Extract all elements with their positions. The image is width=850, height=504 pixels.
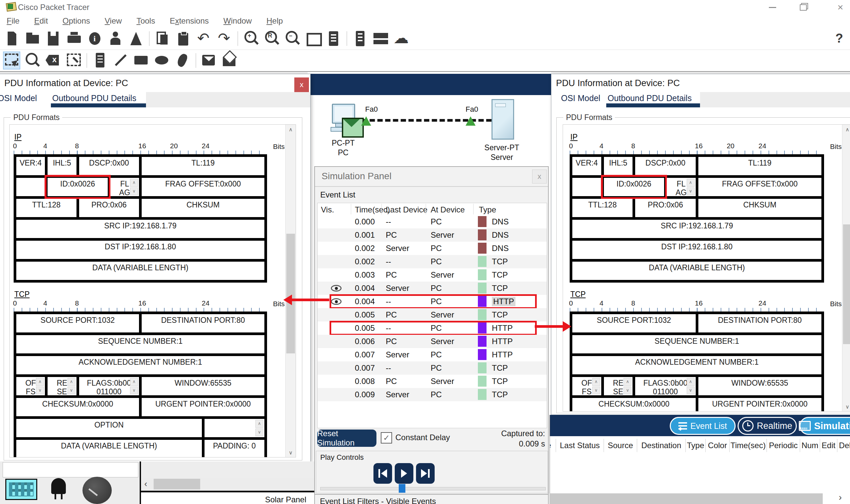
scroll-thumb[interactable]: [843, 224, 850, 344]
tab-outbound-pdu-details[interactable]: Outbound PDU Details: [52, 93, 136, 103]
open-icon[interactable]: [25, 30, 41, 47]
note-icon[interactable]: [92, 52, 108, 69]
minimize-icon[interactable]: [765, 2, 780, 13]
info-icon[interactable]: [87, 30, 103, 47]
speed-slider-track[interactable]: [320, 487, 546, 490]
constant-delay-checkbox[interactable]: ✓: [381, 432, 392, 444]
save-icon[interactable]: [46, 30, 61, 47]
palette-scroll-thumb[interactable]: [154, 479, 200, 489]
undo-icon[interactable]: [196, 30, 212, 47]
rect-icon[interactable]: [134, 52, 149, 69]
env-open-icon[interactable]: [222, 52, 238, 69]
vertical-scrollbar[interactable]: ∧ ∨: [285, 125, 296, 457]
horizontal-scroll-thumb[interactable]: [549, 493, 823, 504]
server-device-icon[interactable]: [492, 99, 514, 140]
step-back-button[interactable]: [373, 463, 392, 484]
spinner[interactable]: ∧∨: [623, 378, 632, 394]
event-row[interactable]: 0.004--PCHTTP: [318, 295, 547, 308]
scroll-up-icon[interactable]: ∧: [842, 125, 850, 134]
reset-simulation-button[interactable]: Reset Simulation: [317, 430, 376, 447]
scroll-down-icon[interactable]: ∨: [842, 402, 850, 411]
custom-icon[interactable]: [325, 30, 341, 47]
menu-tools[interactable]: Tools: [136, 16, 155, 25]
board-device-icon[interactable]: [5, 479, 37, 500]
spinner[interactable]: ∧∨: [255, 420, 263, 436]
visible-eye-icon[interactable]: [331, 285, 341, 291]
menu-edit[interactable]: Edit: [34, 16, 48, 25]
event-row[interactable]: 0.007--PCTCP: [318, 361, 547, 375]
event-row[interactable]: 0.009ServerPCTCP: [318, 388, 547, 401]
play-button[interactable]: [395, 463, 413, 484]
tab-osi-model[interactable]: OSI Model: [561, 93, 600, 103]
spinner[interactable]: ∧∨: [687, 378, 695, 394]
menu-help[interactable]: Help: [266, 16, 283, 25]
resize-icon[interactable]: [66, 52, 82, 69]
delete-icon[interactable]: [45, 52, 61, 69]
event-row[interactable]: 0.007ServerPCHTTP: [318, 348, 547, 361]
new-icon[interactable]: [4, 30, 20, 47]
redo-icon[interactable]: [216, 30, 232, 47]
spinner[interactable]: ∧∨: [592, 378, 600, 394]
spinner[interactable]: ∧∨: [687, 179, 695, 195]
event-row[interactable]: 0.004ServerPCTCP: [318, 282, 547, 295]
inspect-icon[interactable]: [24, 52, 40, 69]
scroll-left-icon[interactable]: ‹: [144, 479, 147, 489]
realtime-mode-button[interactable]: Realtime: [738, 417, 797, 435]
paste-icon[interactable]: [175, 30, 191, 47]
scroll-right-icon[interactable]: ›: [839, 492, 842, 503]
window-icon[interactable]: [305, 30, 321, 47]
scroll-down-icon[interactable]: ∨: [286, 448, 296, 457]
menu-file[interactable]: File: [7, 16, 20, 25]
event-row[interactable]: 0.005--PCHTTP: [318, 322, 547, 335]
event-row[interactable]: 0.002--PCTCP: [318, 255, 547, 268]
potentiometer-device-icon[interactable]: [83, 477, 112, 504]
scroll-up-icon[interactable]: ∧: [286, 125, 296, 134]
scroll-thumb[interactable]: [286, 234, 295, 354]
close-window-icon[interactable]: ×: [833, 2, 848, 13]
menu-options[interactable]: Options: [63, 16, 90, 25]
event-row[interactable]: 0.005PCServerTCP: [318, 308, 547, 322]
event-row[interactable]: 0.008PCServerTCP: [318, 375, 547, 388]
zoom-reset-icon[interactable]: R: [264, 30, 280, 47]
event-row[interactable]: 0.002ServerPCDNS: [318, 242, 547, 255]
event-row[interactable]: 0.003PCServerTCP: [318, 268, 547, 282]
menu-extensions[interactable]: Extensions: [170, 16, 209, 25]
menu-view[interactable]: View: [105, 16, 122, 25]
zoom-in-icon[interactable]: +: [243, 30, 259, 47]
ellipse-icon[interactable]: [154, 52, 170, 69]
restore-icon[interactable]: [795, 2, 811, 13]
cloud-icon[interactable]: [393, 30, 409, 47]
spinner[interactable]: ∧∨: [68, 378, 75, 394]
vertical-scrollbar[interactable]: ∧ ∨: [842, 125, 850, 411]
tab-outbound-pdu-details[interactable]: Outbound PDU Details: [607, 93, 692, 103]
zoom-out-icon[interactable]: –: [284, 30, 300, 47]
rack-icon[interactable]: [352, 30, 368, 47]
tab-osi-model[interactable]: OSI Model: [0, 93, 37, 103]
print-icon[interactable]: [66, 30, 82, 47]
spinner[interactable]: ∧∨: [36, 378, 44, 394]
spinner[interactable]: ∧∨: [130, 179, 138, 195]
pdu-envelope-icon[interactable]: [342, 118, 364, 138]
event-row[interactable]: 0.006PCServerHTTP: [318, 335, 547, 348]
help-icon[interactable]: ?: [835, 31, 843, 46]
simulation-panel-close-icon[interactable]: x: [532, 169, 547, 183]
dialog-close-button[interactable]: x: [294, 77, 309, 92]
copy-icon[interactable]: [155, 30, 171, 47]
line-icon[interactable]: [113, 52, 129, 69]
env-closed-icon[interactable]: [201, 52, 217, 69]
speed-slider-thumb[interactable]: [399, 484, 405, 493]
console-icon[interactable]: [373, 30, 389, 47]
event-list-mode-button[interactable]: Event List: [670, 417, 736, 435]
select-icon[interactable]: [4, 52, 20, 69]
spinner[interactable]: ∧∨: [130, 378, 138, 394]
visible-eye-icon[interactable]: [331, 298, 341, 305]
event-row[interactable]: 0.001PCServerDNS: [318, 228, 547, 242]
freeform-icon[interactable]: [175, 52, 191, 69]
simulation-mode-button[interactable]: Simulation: [799, 417, 850, 435]
event-row[interactable]: 0.000--PCDNS: [318, 215, 547, 228]
menu-window[interactable]: Window: [224, 16, 252, 25]
net-icon[interactable]: [128, 30, 144, 47]
wizard-icon[interactable]: [107, 30, 123, 47]
led-device-icon[interactable]: [51, 478, 66, 494]
step-forward-button[interactable]: [416, 463, 435, 484]
